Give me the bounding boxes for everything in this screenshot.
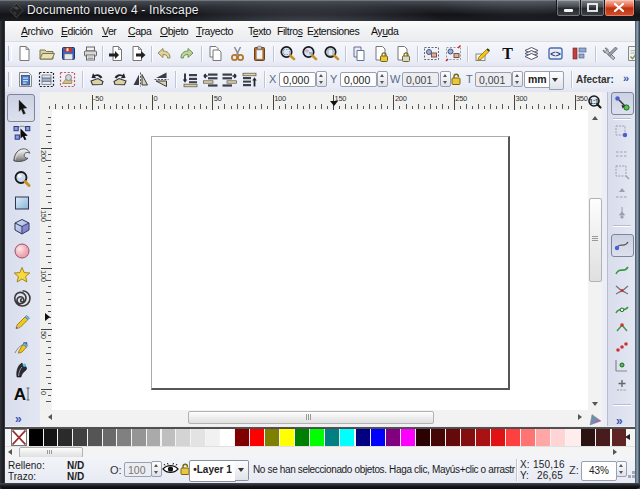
svg-text:<>: <>: [550, 49, 561, 59]
svg-text:A: A: [14, 385, 26, 403]
svg-text:T: T: [502, 45, 513, 62]
